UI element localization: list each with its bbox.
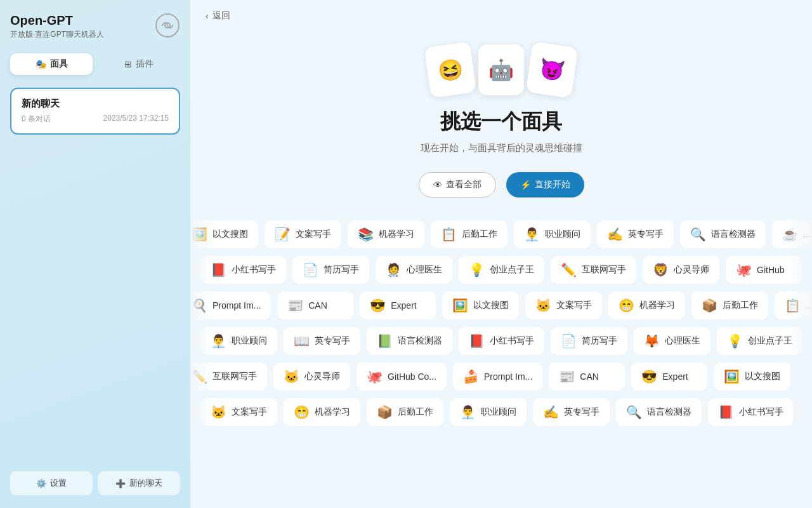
eye-icon: 👁 — [433, 180, 442, 190]
mask-item[interactable]: 👨‍💼职业顾问 — [450, 398, 527, 426]
mask-row-4: 👨‍💼职业顾问📖英专写手📗语言检测器📕小红书写手📄简历写手🦊心理医生💡创业点子王 — [190, 323, 812, 359]
settings-button[interactable]: ⚙️ 设置 — [10, 471, 93, 495]
start-label: 直接开始 — [535, 179, 570, 190]
mask-row-5: ✏️互联网写手🐱心灵导师🐙GitHub Co...🍰Prompt Im...📰C… — [190, 359, 812, 394]
mask-label: 创业点子王 — [490, 264, 534, 276]
mask-item[interactable]: 🖼️以文搜图 — [442, 291, 519, 319]
mask-item[interactable]: 📄简历写手 — [551, 327, 627, 355]
mask-label: Prompt Im... — [484, 371, 532, 382]
mask-emoji: 📋 — [441, 227, 457, 242]
mask-item[interactable]: 🦊心理医生 — [634, 327, 710, 355]
start-button[interactable]: ⚡ 直接开始 — [506, 172, 584, 197]
mask-label: 小红书写手 — [232, 264, 276, 276]
mask-item[interactable]: 📕小红书写手 — [459, 327, 544, 355]
mask-emoji: 😁 — [619, 298, 634, 313]
mask-label: 简历写手 — [582, 335, 617, 347]
app-title: Open-GPT — [10, 13, 104, 28]
mask-row-1: 🖼️以文搜图📝文案写手📚机器学习📋后勤工作👨‍💼职业顾问✍️英专写手🔍语言检测器… — [190, 217, 812, 252]
mask-item[interactable]: 📝文案写手 — [265, 220, 341, 248]
hero-buttons: 👁 查看全部 ⚡ 直接开始 — [419, 172, 584, 197]
tab-plugins-label: 插件 — [136, 58, 154, 70]
back-icon: ‹ — [206, 11, 209, 21]
lightning-icon: ⚡ — [520, 180, 531, 190]
mask-label: 职业顾问 — [232, 335, 267, 347]
sidebar-header: Open-GPT 开放版·直连GPT聊天机器人 — [10, 13, 180, 41]
mask-item[interactable]: 😎Expert — [631, 363, 707, 391]
plugins-icon: ⊞ — [124, 59, 132, 69]
mask-item[interactable]: 🧑‍⚕️心理医生 — [376, 256, 452, 284]
mask-label: 后勤工作 — [398, 406, 433, 418]
mask-row-6: 🐱文案写手😁机器学习📦后勤工作👨‍💼职业顾问✍️英专写手🔍语言检测器📕小红书写手 — [190, 394, 812, 430]
mask-card-1: 😆 — [424, 41, 476, 98]
mask-item[interactable]: 📦后勤工作 — [691, 291, 768, 319]
mask-item[interactable]: ✏️互联网写手 — [190, 363, 267, 391]
mask-item[interactable]: 😁机器学习 — [608, 291, 685, 319]
mask-item[interactable]: 🔍语言检测器 — [616, 398, 702, 426]
tab-tools[interactable]: 🎭 面具 — [10, 53, 93, 75]
mask-item[interactable]: 📋... — [775, 291, 812, 319]
mask-item[interactable]: 📗语言检测器 — [367, 327, 452, 355]
mask-emoji: 😎 — [641, 369, 657, 384]
mask-item[interactable]: 💡创业点子王 — [459, 256, 544, 284]
mask-item[interactable]: ✍️英专写手 — [533, 398, 610, 426]
mask-item[interactable]: 🐱文案写手 — [525, 291, 602, 319]
mask-emoji: 🔍 — [626, 404, 642, 420]
tab-tools-label: 面具 — [50, 58, 68, 70]
chat-item-meta: 0 条对话 2023/5/23 17:32:15 — [22, 114, 169, 124]
mask-item[interactable]: 🖼️以文搜图 — [714, 363, 790, 391]
mask-item[interactable]: ✏️互联网写手 — [551, 256, 636, 284]
tab-plugins[interactable]: ⊞ 插件 — [98, 53, 180, 75]
mask-item[interactable]: 📄简历写手 — [292, 256, 369, 284]
mask-item[interactable]: 📖英专写手 — [284, 327, 360, 355]
mask-item[interactable]: 📋后勤工作 — [431, 220, 508, 248]
view-all-button[interactable]: 👁 查看全部 — [419, 172, 496, 197]
back-button[interactable]: ‹ 返回 — [206, 10, 230, 22]
new-chat-button[interactable]: ➕ 新的聊天 — [98, 471, 180, 495]
mask-item[interactable]: 🦁心灵导师 — [643, 256, 719, 284]
mask-item[interactable]: 🍰Prompt Im... — [453, 363, 542, 391]
new-chat-icon: ➕ — [115, 479, 126, 488]
mask-item[interactable]: 😁机器学习 — [284, 398, 360, 426]
mask-label: 互联网写手 — [582, 264, 626, 276]
mask-item[interactable]: 👨‍💼职业顾问 — [200, 327, 277, 355]
mask-item[interactable]: 👨‍💼职业顾问 — [514, 220, 591, 248]
mask-emoji: ✏️ — [192, 369, 207, 384]
mask-item[interactable]: 🍳Prompt Im... — [190, 291, 271, 319]
mask-label: 英专写手 — [315, 335, 350, 347]
mask-emoji-2: 🤖 — [488, 58, 514, 82]
mask-item[interactable]: 🖼️以文搜图 — [190, 220, 258, 248]
mask-item[interactable]: 💡创业点子王 — [717, 327, 802, 355]
mask-emoji: 💡 — [727, 333, 743, 349]
mask-emoji: 🐙 — [736, 262, 752, 277]
mask-label: 英专写手 — [628, 229, 664, 240]
mask-label: 语言检测器 — [398, 335, 442, 347]
mask-emoji: ✍️ — [543, 404, 559, 420]
mask-item[interactable]: ☕... — [772, 220, 812, 248]
mask-item[interactable]: 😎Expert — [360, 291, 436, 319]
mask-item[interactable]: 🐙GitHub — [726, 256, 802, 284]
chat-item[interactable]: 新的聊天 0 条对话 2023/5/23 17:32:15 — [10, 88, 180, 135]
mask-item[interactable]: 🐙GitHub Co... — [357, 363, 447, 391]
mask-item[interactable]: 🔍语言检测器 — [680, 220, 766, 248]
mask-emoji: 👨‍💼 — [524, 227, 540, 242]
mask-emoji: 📗 — [377, 333, 393, 349]
mask-label: Prompt Im... — [213, 300, 261, 311]
mask-item[interactable]: 📕小红书写手 — [200, 256, 286, 284]
mask-item[interactable]: 🐱文案写手 — [200, 398, 277, 426]
mask-emoji: 🖼️ — [724, 369, 740, 384]
mask-emoji: 🖼️ — [192, 227, 207, 242]
mask-item[interactable]: 📰CAN — [277, 291, 353, 319]
mask-emoji: 🐱 — [211, 404, 226, 420]
mask-item[interactable]: 🐱心灵导师 — [273, 363, 350, 391]
mask-item[interactable]: ✍️英专写手 — [597, 220, 674, 248]
mask-item[interactable]: 📚机器学习 — [348, 220, 424, 248]
mask-emoji: 😁 — [294, 404, 310, 420]
chat-item-count: 0 条对话 — [22, 114, 51, 124]
mask-item[interactable]: 📦后勤工作 — [367, 398, 443, 426]
app-subtitle: 开放版·直连GPT聊天机器人 — [10, 29, 104, 40]
mask-item[interactable]: 📕小红书写手 — [708, 398, 794, 426]
mask-item[interactable]: 📰CAN — [549, 363, 625, 391]
mask-emoji: 🔍 — [690, 227, 706, 242]
mask-row-3: 🍳Prompt Im...📰CAN😎Expert🖼️以文搜图🐱文案写手😁机器学习… — [190, 288, 812, 323]
mask-label: 英专写手 — [564, 406, 599, 418]
